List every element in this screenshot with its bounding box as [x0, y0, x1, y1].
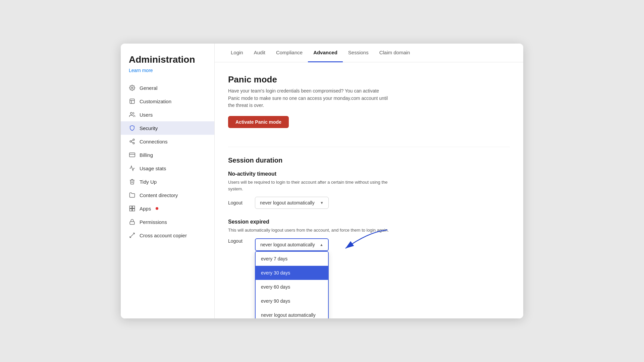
- sidebar-item-users[interactable]: Users: [121, 108, 214, 121]
- svg-point-3: [133, 139, 135, 141]
- no-activity-select-value: never logout automatically: [260, 200, 315, 205]
- cross-account-copier-icon: [129, 232, 136, 239]
- billing-icon: [129, 152, 136, 158]
- session-expired-desc: This will automatically logout users fro…: [228, 227, 389, 234]
- apps-icon: [129, 205, 136, 212]
- sidebar-item-label-tidy-up: Tidy Up: [140, 179, 157, 185]
- tab-bar: LoginAuditComplianceAdvancedSessionsClai…: [215, 44, 523, 62]
- activate-panic-button[interactable]: Activate Panic mode: [228, 116, 289, 128]
- security-icon: [129, 125, 136, 131]
- no-activity-chevron-icon: ▼: [320, 201, 324, 205]
- sidebar-item-apps[interactable]: Apps: [121, 202, 214, 215]
- panic-mode-title: Panic mode: [228, 74, 510, 85]
- no-activity-title: No-activity timeout: [228, 171, 510, 177]
- session-expired-dropdown: every 7 daysevery 30 daysevery 60 daysev…: [255, 251, 329, 318]
- sidebar-item-billing[interactable]: Billing: [121, 148, 214, 162]
- permissions-icon: [129, 219, 136, 225]
- tab-claim-domain[interactable]: Claim domain: [374, 44, 416, 62]
- tab-advanced[interactable]: Advanced: [308, 44, 343, 62]
- sidebar: Administration Learn more General Custom…: [121, 44, 215, 318]
- session-expired-select-wrapper: never logout automatically ▲ every 7 day…: [255, 238, 329, 251]
- svg-rect-8: [130, 206, 132, 208]
- sidebar-item-label-users: Users: [140, 112, 153, 118]
- session-duration-title: Session duration: [228, 157, 510, 164]
- sidebar-item-security[interactable]: Security: [121, 121, 214, 135]
- sidebar-item-label-cross-account-copier: Cross account copier: [140, 233, 187, 238]
- session-expired-chevron-icon: ▲: [320, 243, 323, 247]
- dropdown-option-every_30[interactable]: every 30 days: [256, 266, 328, 280]
- sidebar-item-label-security: Security: [140, 125, 158, 131]
- svg-rect-10: [130, 209, 132, 211]
- session-expired-logout-row: Logout never logout automatically ▲ ever…: [228, 238, 510, 251]
- dropdown-option-every_7[interactable]: every 7 days: [256, 252, 328, 266]
- sidebar-item-label-usage-stats: Usage stats: [140, 166, 166, 171]
- content-directory-icon: [129, 192, 136, 198]
- svg-line-13: [130, 233, 135, 237]
- no-activity-desc: Users will be required to login to their…: [228, 179, 389, 192]
- general-icon: [129, 84, 136, 91]
- learn-more-link[interactable]: Learn more: [121, 68, 214, 81]
- tidy-up-icon: [129, 178, 136, 185]
- sidebar-title: Administration: [121, 54, 214, 68]
- svg-point-0: [131, 87, 133, 89]
- session-expired-select[interactable]: never logout automatically ▲: [255, 238, 329, 251]
- customization-icon: [129, 98, 136, 105]
- tab-sessions[interactable]: Sessions: [343, 44, 374, 62]
- main-content: LoginAuditComplianceAdvancedSessionsClai…: [215, 44, 523, 318]
- no-activity-logout-row: Logout never logout automatically ▼: [228, 197, 510, 209]
- section-divider: [228, 147, 510, 147]
- dropdown-option-never[interactable]: never logout automatically: [256, 308, 328, 318]
- svg-rect-9: [132, 206, 135, 208]
- svg-rect-12: [130, 222, 135, 224]
- apps-badge: [156, 207, 158, 210]
- tab-login[interactable]: Login: [225, 44, 249, 62]
- svg-point-5: [133, 142, 135, 144]
- sidebar-item-general[interactable]: General: [121, 81, 214, 95]
- sidebar-item-tidy-up[interactable]: Tidy Up: [121, 175, 214, 188]
- sidebar-item-cross-account-copier[interactable]: Cross account copier: [121, 229, 214, 242]
- session-expired-section: Session expired This will automatically …: [228, 219, 510, 251]
- svg-point-2: [130, 112, 132, 114]
- session-expired-title: Session expired: [228, 219, 510, 225]
- sidebar-item-label-apps: Apps: [140, 206, 151, 212]
- no-activity-logout-label: Logout: [228, 200, 248, 205]
- tab-audit[interactable]: Audit: [249, 44, 271, 62]
- svg-point-4: [130, 141, 131, 142]
- sidebar-item-usage-stats[interactable]: Usage stats: [121, 162, 214, 175]
- sidebar-item-customization[interactable]: Customization: [121, 95, 214, 108]
- users-icon: [129, 111, 136, 118]
- sidebar-item-connections[interactable]: Connections: [121, 135, 214, 148]
- svg-rect-1: [130, 99, 135, 104]
- dropdown-option-every_60[interactable]: every 60 days: [256, 280, 328, 294]
- sidebar-item-permissions[interactable]: Permissions: [121, 215, 214, 229]
- sidebar-item-label-permissions: Permissions: [140, 219, 167, 225]
- sidebar-item-label-connections: Connections: [140, 139, 167, 144]
- session-expired-logout-label: Logout: [228, 238, 248, 244]
- usage-stats-icon: [129, 165, 136, 172]
- no-activity-section: No-activity timeout Users will be requir…: [228, 171, 510, 209]
- connections-icon: [129, 138, 136, 145]
- app-window: Administration Learn more General Custom…: [121, 44, 523, 318]
- content-area: Panic mode Have your team's login creden…: [215, 62, 523, 318]
- sidebar-item-label-customization: Customization: [140, 99, 171, 104]
- tab-compliance[interactable]: Compliance: [271, 44, 308, 62]
- panic-mode-desc: Have your team's login credentials been …: [228, 87, 389, 109]
- sidebar-nav: General Customization Users Security Con…: [121, 81, 214, 310]
- svg-rect-11: [132, 209, 135, 211]
- svg-rect-6: [129, 153, 135, 157]
- sidebar-item-label-content-directory: Content directory: [140, 192, 178, 198]
- sidebar-item-label-general: General: [140, 85, 157, 91]
- sidebar-item-label-billing: Billing: [140, 152, 153, 158]
- dropdown-option-every_90[interactable]: every 90 days: [256, 294, 328, 308]
- sidebar-item-content-directory[interactable]: Content directory: [121, 188, 214, 202]
- session-expired-select-value: never logout automatically: [260, 242, 315, 247]
- no-activity-select[interactable]: never logout automatically ▼: [255, 197, 329, 209]
